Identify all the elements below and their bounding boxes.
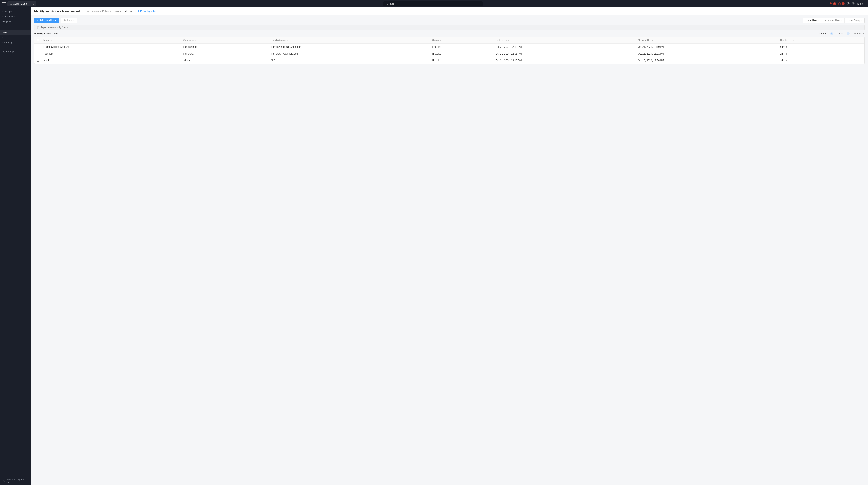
search-icon [385,2,388,5]
sidebar-item-licensing[interactable]: Licensing [0,40,31,45]
chevron-down-icon: ⌄ [33,3,34,5]
col-header-username[interactable]: Username ⇅ [181,37,269,43]
svg-marker-0 [10,3,12,5]
sort-icon: ⇅ [287,39,288,41]
cell-name: Frame Service Account [41,43,181,51]
settings-button[interactable] [852,2,855,5]
page-title: Identity and Access Management [34,10,80,13]
user-menu[interactable]: admin ⌄ [857,2,866,5]
user-menu-label: admin [857,2,864,5]
cell-email: framesvcacct@dizzion.com [269,43,430,51]
col-header-modified-on[interactable]: Modified On ▼ [636,37,778,43]
col-header-status[interactable]: Status ⇅ [430,37,493,43]
tab-identities[interactable]: Identities [124,7,135,15]
unlock-nav-label: Unlock Navigation Bar [6,478,29,483]
col-header-last-log-in[interactable]: Last Log In ⇅ [494,37,636,43]
toolbar: + Add Local User Actions ⌄ Local UsersIm… [31,15,868,25]
tab-idp-configuration[interactable]: IdP Configuration [138,7,158,15]
sidebar-item-my-apps[interactable]: My Apps [0,9,31,14]
main-header: Identity and Access Management Authoriza… [31,7,868,15]
tab-roles[interactable]: Roles [114,7,121,15]
app-switcher-label: Admin Center [13,2,31,5]
hexagon-icon [9,2,12,5]
sidebar-item-iam[interactable]: IAM [0,30,31,35]
status-row: Viewing 3 local users Export ‹ 1 - 3 of … [31,32,868,37]
cell-email: N/A [269,57,430,64]
tab-authorization-policies[interactable]: Authorization Policies [87,7,111,15]
add-local-user-label: Add Local User [40,19,57,22]
filter-input[interactable] [41,26,862,29]
cell-modified: Oct 21, 2024, 12:10 PM [636,43,778,51]
cell-last-login: Oct 21, 2024, 12:01 PM [494,51,636,57]
table-row[interactable]: Test Testframetestframetest@example.comE… [34,51,865,57]
rows-per-page-label: 10 rows [854,32,862,35]
col-header-email-address[interactable]: Email Address ⇅ [269,37,430,43]
row-checkbox[interactable] [37,52,39,55]
cell-last-login: Oct 21, 2024, 12:10 PM [494,43,636,51]
viewing-count-label: Viewing 3 local users [34,32,58,35]
filter-bar[interactable] [34,25,865,30]
pager-next-button[interactable]: › [847,32,849,35]
row-checkbox[interactable] [37,45,39,48]
table-row[interactable]: adminadminN/AEnabledOct 21, 2024, 12:19 … [34,57,865,64]
seg-tab-local-users[interactable]: Local Users [803,18,822,23]
svg-point-6 [853,3,854,4]
bell-icon [829,2,832,5]
sidebar-item-projects[interactable]: Projects [0,19,31,24]
gear-icon [852,2,855,5]
global-search-input[interactable] [390,2,480,5]
rows-per-page-select[interactable]: 10 rows ⇅ [854,32,865,35]
sort-icon: ⇅ [508,39,509,41]
cell-username: admin [181,57,269,64]
cell-modified: Oct 21, 2024, 12:01 PM [636,51,778,57]
col-header-created-by[interactable]: Created By ⇅ [778,37,865,43]
cell-created-by: admin [778,57,865,64]
pager-prev-button[interactable]: ‹ [830,32,833,35]
svg-line-2 [387,4,388,5]
notifications-button[interactable]: 1 [829,2,836,5]
cell-created-by: admin [778,51,865,57]
cell-status: Enabled [430,51,493,57]
svg-marker-9 [37,27,39,29]
global-search[interactable] [383,1,483,6]
notifications-badge: 1 [833,2,836,5]
svg-point-1 [386,3,387,4]
row-checkbox[interactable] [37,59,39,62]
col-header-name[interactable]: Name ⇅ [41,37,181,43]
cell-email: frametest@example.com [269,51,430,57]
sort-icon: ⇅ [440,39,442,41]
lock-icon [2,480,5,482]
unlock-nav-button[interactable]: Unlock Navigation Bar [0,477,31,485]
seg-tab-imported-users[interactable]: Imported Users [822,18,844,23]
sort-icon: ⇅ [51,39,52,41]
cell-username: framesvcacct [181,43,269,51]
seg-tab-user-groups[interactable]: User Groups [844,18,865,23]
actions-label: Actions [64,19,72,22]
circle-alert-icon [838,2,841,5]
help-icon [847,2,849,5]
sidebar-item-marketplace[interactable]: Marketplace [0,14,31,19]
alerts-button[interactable]: 1 [838,2,845,5]
chevron-down-icon: ⌄ [864,3,866,5]
sort-icon: ▼ [651,39,653,41]
cell-status: Enabled [430,57,493,64]
sidebar-item-lcm[interactable]: LCM [0,35,31,40]
add-local-user-button[interactable]: + Add Local User [34,18,59,23]
plus-icon: + [37,19,38,22]
app-switcher[interactable]: Admin Center ⌄ [7,1,36,6]
cell-name: admin [41,57,181,64]
export-button[interactable]: Export [819,32,826,35]
table-row[interactable]: Frame Service Accountframesvcacctframesv… [34,43,865,51]
help-button[interactable] [847,2,849,5]
sort-icon: ⇅ [793,39,795,41]
alerts-badge: 1 [842,2,845,5]
cell-modified: Oct 10, 2024, 12:56 PM [636,57,778,64]
actions-dropdown[interactable]: Actions ⌄ [61,18,77,23]
select-all-checkbox[interactable] [37,39,39,41]
sidebar-settings-label: Settings [6,51,15,53]
hamburger-menu-icon[interactable] [2,2,6,6]
chevron-down-icon: ⌄ [73,20,74,22]
sidebar-settings[interactable]: Settings [0,49,31,54]
topbar: Admin Center ⌄ 1 1 admin ⌄ [0,0,868,7]
header-divider [83,9,83,13]
